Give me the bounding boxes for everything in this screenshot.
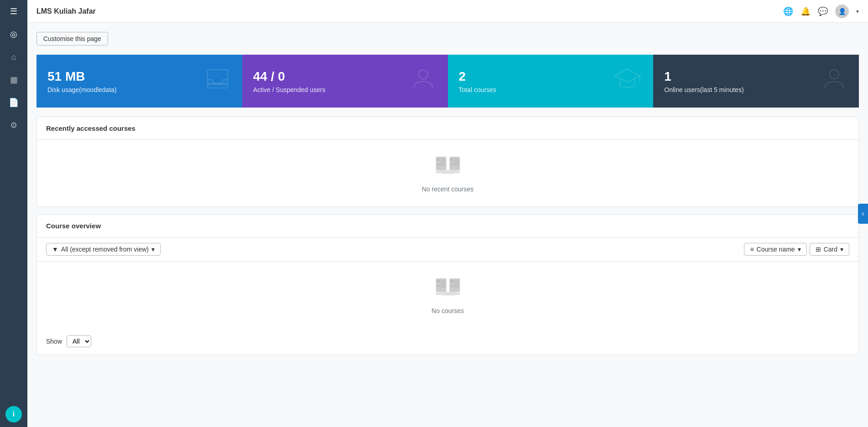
svg-rect-34 [450,287,459,288]
filter-chevron-icon: ▾ [151,246,155,253]
dashboard-icon: ◎ [10,29,17,39]
course-overview-body: No courses [37,262,858,328]
avatar-icon: 👤 [838,8,846,15]
no-courses-book-icon [432,275,464,307]
sidebar-item-settings[interactable]: ⚙ [0,114,27,137]
inbox-icon [204,65,231,98]
calendar-icon: ▦ [10,75,18,85]
svg-rect-23 [437,280,440,283]
sidebar-item-home[interactable]: ⌂ [0,46,27,68]
globe-icon[interactable]: 🌐 [783,6,793,16]
svg-rect-0 [208,70,228,84]
customise-button[interactable]: Customise this page [36,32,108,46]
filter-button[interactable]: ▼ All (except removed from view) ▾ [46,243,161,256]
svg-point-5 [830,70,839,79]
stat-users-number: 44 / 0 [253,69,326,84]
sort-course-name-button[interactable]: ≡ Course name ▾ [744,243,806,256]
svg-rect-31 [454,282,459,283]
stat-courses: 2 Total courses [448,55,654,108]
svg-rect-14 [450,159,453,161]
app-title: LMS Kuliah Jafar [36,7,783,15]
stat-courses-label: Total courses [459,86,496,93]
svg-rect-9 [441,159,446,159]
svg-point-20 [435,170,461,174]
no-courses-text: No courses [431,307,464,314]
stats-row: 51 MB Disk usage(moodledata) 44 / 0 Acti… [36,55,859,108]
svg-rect-16 [454,160,459,161]
graduation-icon [613,64,642,98]
svg-point-35 [435,292,461,296]
svg-rect-15 [454,159,459,159]
svg-rect-25 [441,282,446,283]
sidebar-item-calendar[interactable]: ▦ [0,68,27,91]
chat-icon[interactable]: 💬 [818,6,828,16]
hamburger-button[interactable]: ☰ [0,0,27,23]
recently-accessed-panel: Recently accessed courses [36,117,859,207]
svg-rect-29 [450,280,453,283]
topbar: LMS Kuliah Jafar 🌐 🔔 💬 👤 ▾ [27,0,868,23]
content-area: Customise this page 51 MB Disk usage(moo… [27,23,868,427]
stat-online-users: 1 Online users(last 5 minutes) [653,55,859,108]
svg-rect-32 [454,283,459,284]
filter-icon: ▼ [52,246,58,253]
svg-rect-28 [437,287,445,288]
sort-group: ≡ Course name ▾ ⊞ Card ▾ [744,243,849,256]
sidebar: ☰ ◎ ⌂ ▦ 📄 ⚙ i [0,0,27,427]
documents-icon: 📄 [9,98,19,108]
svg-rect-12 [437,163,445,164]
svg-rect-8 [437,159,440,161]
stat-users-label: Active / Suspended users [253,86,326,93]
left-chevron-icon: ‹ [862,210,864,218]
course-overview-panel: Course overview ▼ All (except removed fr… [36,214,859,355]
stat-online-number: 1 [664,69,743,84]
svg-rect-19 [450,165,459,166]
svg-rect-26 [441,283,446,284]
svg-rect-24 [441,280,446,281]
svg-rect-30 [454,280,459,281]
sidebar-item-documents[interactable]: 📄 [0,91,27,114]
online-person-icon [821,65,848,98]
show-select[interactable]: All 10 20 50 [67,335,91,347]
stat-users: 44 / 0 Active / Suspended users [242,55,448,108]
info-badge[interactable]: i [5,406,22,422]
svg-rect-10 [441,160,446,161]
sort-chevron-icon: ▾ [798,246,801,253]
stat-disk-number: 51 MB [47,69,117,84]
no-courses-icon [432,154,464,185]
sidebar-item-dashboard[interactable]: ◎ [0,23,27,46]
main-wrapper: LMS Kuliah Jafar 🌐 🔔 💬 👤 ▾ Customise thi… [27,0,868,427]
svg-rect-17 [454,162,459,163]
users-person-icon [410,65,437,98]
no-recent-courses-text: No recent courses [422,185,474,193]
recently-accessed-body: No recent courses [37,140,858,206]
course-overview-toolbar: ▼ All (except removed from view) ▾ ≡ Cou… [37,237,858,262]
svg-point-2 [419,70,428,79]
topbar-actions: 🌐 🔔 💬 👤 ▾ [783,5,859,18]
svg-rect-11 [441,162,446,163]
svg-rect-13 [437,165,445,166]
svg-rect-27 [437,285,445,286]
course-overview-title: Course overview [37,215,858,237]
svg-marker-3 [614,69,640,82]
settings-icon: ⚙ [10,120,17,130]
view-card-button[interactable]: ⊞ Card ▾ [810,243,849,256]
show-row: Show All 10 20 50 [37,328,858,355]
right-edge-tab[interactable]: ‹ [858,204,868,224]
filter-label: All (except removed from view) [61,246,149,253]
sort-label: Course name [757,246,795,253]
info-icon: i [13,410,15,418]
stat-disk-usage: 51 MB Disk usage(moodledata) [36,55,242,108]
bell-icon[interactable]: 🔔 [800,6,811,16]
stat-courses-number: 2 [459,69,496,84]
avatar-chevron-icon[interactable]: ▾ [856,8,859,15]
hamburger-icon: ☰ [10,6,17,16]
stat-online-label: Online users(last 5 minutes) [664,86,743,93]
home-icon: ⌂ [11,52,16,62]
avatar[interactable]: 👤 [835,5,849,18]
svg-rect-18 [450,163,459,164]
svg-rect-33 [450,285,459,286]
stat-disk-label: Disk usage(moodledata) [47,86,117,93]
view-label: Card [824,246,837,253]
show-label: Show [46,338,62,345]
card-grid-icon: ⊞ [816,246,821,253]
